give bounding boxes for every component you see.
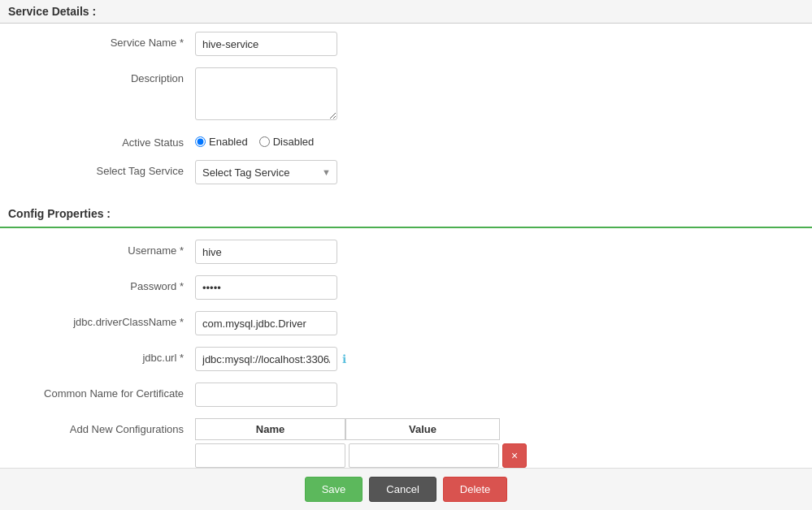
service-name-label: Service Name * — [16, 32, 195, 49]
main-content: Service Details : Service Name * Descrip… — [0, 0, 812, 510]
active-status-radio-group: Enabled Disabled — [195, 132, 314, 148]
service-details-header: Service Details : — [0, 0, 812, 24]
jdbc-driver-label: jdbc.driverClassName * — [16, 311, 195, 328]
tag-service-label: Select Tag Service — [16, 160, 195, 177]
cancel-button[interactable]: Cancel — [369, 477, 436, 502]
password-row: Password * — [0, 275, 812, 300]
active-status-row: Active Status Enabled Disabled — [0, 132, 812, 149]
disabled-label: Disabled — [273, 136, 315, 148]
config-properties-header: Config Properties : — [0, 201, 812, 228]
common-name-row: Common Name for Certificate — [0, 382, 812, 407]
description-row: Description — [0, 67, 812, 120]
jdbc-driver-row: jdbc.driverClassName * — [0, 311, 812, 335]
service-details-section: Service Name * Description Active Status… — [0, 24, 812, 201]
enabled-label: Enabled — [209, 136, 248, 148]
common-name-input[interactable] — [195, 382, 337, 407]
username-input[interactable] — [195, 240, 337, 264]
delete-row-icon: × — [511, 449, 518, 462]
service-name-row: Service Name * — [0, 32, 812, 56]
common-name-label: Common Name for Certificate — [16, 382, 195, 400]
description-label: Description — [16, 67, 195, 84]
config-name-input[interactable] — [195, 443, 345, 468]
enabled-radio[interactable] — [195, 136, 206, 147]
footer-bar: Save Cancel Delete — [0, 468, 812, 510]
username-row: Username * — [0, 240, 812, 264]
config-name-header: Name — [195, 418, 345, 440]
info-icon[interactable]: ℹ — [342, 352, 346, 365]
add-new-config-label: Add New Configurations — [16, 418, 195, 435]
config-table-row: × — [195, 443, 527, 468]
enabled-radio-label[interactable]: Enabled — [195, 136, 248, 148]
tag-service-row: Select Tag Service Select Tag Service ▼ — [0, 160, 812, 184]
jdbc-driver-input[interactable] — [195, 311, 337, 335]
config-table-header: Name Value — [195, 418, 527, 440]
page-wrapper: Service Details : Service Name * Descrip… — [0, 0, 812, 510]
disabled-radio[interactable] — [259, 136, 270, 147]
save-button[interactable]: Save — [305, 477, 363, 502]
disabled-radio-label[interactable]: Disabled — [259, 136, 315, 148]
jdbc-url-row: jdbc.url * ℹ — [0, 347, 812, 371]
tag-service-select[interactable]: Select Tag Service — [195, 160, 337, 184]
config-value-header: Value — [345, 418, 500, 440]
jdbc-url-input[interactable] — [195, 347, 337, 371]
active-status-label: Active Status — [16, 132, 195, 149]
delete-config-row-button[interactable]: × — [502, 443, 527, 468]
jdbc-url-label: jdbc.url * — [16, 347, 195, 364]
description-textarea[interactable] — [195, 67, 337, 120]
delete-button[interactable]: Delete — [443, 477, 508, 502]
password-input[interactable] — [195, 275, 337, 300]
tag-service-select-wrapper: Select Tag Service ▼ — [195, 160, 337, 184]
username-label: Username * — [16, 240, 195, 257]
config-value-input[interactable] — [349, 443, 499, 468]
service-name-input[interactable] — [195, 32, 337, 56]
password-label: Password * — [16, 275, 195, 292]
jdbc-url-wrapper: ℹ — [195, 347, 346, 371]
